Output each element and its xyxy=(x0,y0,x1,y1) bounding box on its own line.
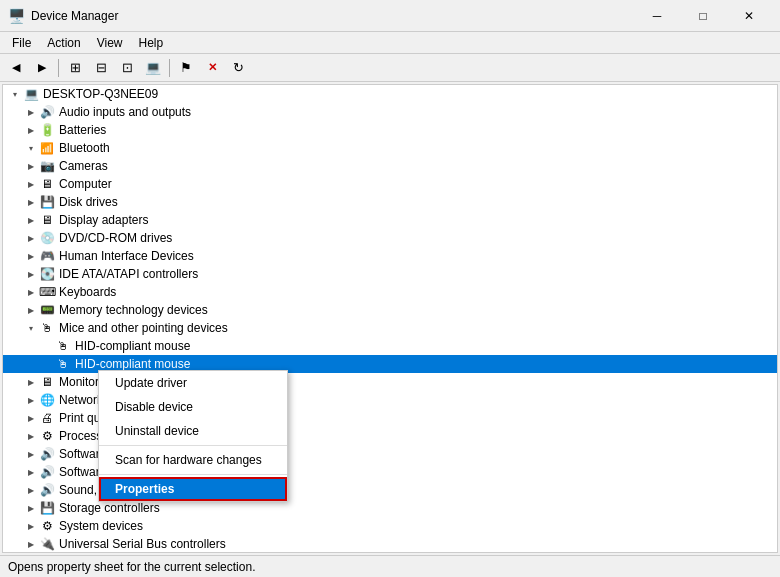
display-icon: 🖥 xyxy=(39,212,55,228)
expand-sound[interactable]: ▶ xyxy=(23,482,39,498)
expand-mice[interactable]: ▾ xyxy=(23,320,39,336)
expand-ide[interactable]: ▶ xyxy=(23,266,39,282)
expand-diskdrives[interactable]: ▶ xyxy=(23,194,39,210)
memory-label: Memory technology devices xyxy=(59,303,208,317)
ide-icon: 💽 xyxy=(39,266,55,282)
expand-computer[interactable]: ▶ xyxy=(23,176,39,192)
cameras-label: Cameras xyxy=(59,159,108,173)
tree-item-diskdrives[interactable]: ▶ 💾 Disk drives xyxy=(3,193,777,211)
uninstall-device-label: Uninstall device xyxy=(115,424,199,438)
expand-software2[interactable]: ▶ xyxy=(23,464,39,480)
expand-usb[interactable]: ▶ xyxy=(23,536,39,552)
device-tree[interactable]: ▾ 💻 DESKTOP-Q3NEE09 ▶ 🔊 Audio inputs and… xyxy=(2,84,778,553)
hid-mouse-2-icon: 🖱 xyxy=(55,356,71,372)
context-separator xyxy=(99,445,287,446)
forward-button[interactable]: ▶ xyxy=(30,57,54,79)
expand-audio[interactable]: ▶ xyxy=(23,104,39,120)
menu-item-action[interactable]: Action xyxy=(39,34,88,52)
expand-batteries[interactable]: ▶ xyxy=(23,122,39,138)
status-text: Opens property sheet for the current sel… xyxy=(8,560,255,574)
view-button[interactable]: ⊟ xyxy=(89,57,113,79)
usb-icon: 🔌 xyxy=(39,536,55,552)
context-menu: Update driver Disable device Uninstall d… xyxy=(98,370,288,502)
tree-item-bluetooth[interactable]: ▾ 📶 Bluetooth xyxy=(3,139,777,157)
tree-item-system[interactable]: ▶ ⚙ System devices xyxy=(3,517,777,535)
sound-icon: 🔊 xyxy=(39,482,55,498)
tree-item-audio[interactable]: ▶ 🔊 Audio inputs and outputs xyxy=(3,103,777,121)
menu-item-view[interactable]: View xyxy=(89,34,131,52)
expand-print[interactable]: ▶ xyxy=(23,410,39,426)
context-scan-hardware[interactable]: Scan for hardware changes xyxy=(99,448,287,472)
view2-button[interactable]: ⊡ xyxy=(115,57,139,79)
close-button[interactable]: ✕ xyxy=(726,0,772,32)
properties-button[interactable]: ⊞ xyxy=(63,57,87,79)
tree-item-keyboards[interactable]: ▶ ⌨ Keyboards xyxy=(3,283,777,301)
computer-device-icon: 🖥 xyxy=(39,176,55,192)
usb-label: Universal Serial Bus controllers xyxy=(59,537,226,551)
tree-item-usb[interactable]: ▶ 🔌 Universal Serial Bus controllers xyxy=(3,535,777,553)
hid-icon: 🎮 xyxy=(39,248,55,264)
mice-label: Mice and other pointing devices xyxy=(59,321,228,335)
refresh-button[interactable]: ↻ xyxy=(226,57,250,79)
tree-item-memory[interactable]: ▶ 📟 Memory technology devices xyxy=(3,301,777,319)
expand-system[interactable]: ▶ xyxy=(23,518,39,534)
hid-mouse-2-label: HID-compliant mouse xyxy=(75,357,190,371)
window-controls: ─ □ ✕ xyxy=(634,0,772,32)
tree-item-batteries[interactable]: ▶ 🔋 Batteries xyxy=(3,121,777,139)
expand-dvd[interactable]: ▶ xyxy=(23,230,39,246)
context-disable-device[interactable]: Disable device xyxy=(99,395,287,419)
menu-item-help[interactable]: Help xyxy=(131,34,172,52)
software2-icon: 🔊 xyxy=(39,464,55,480)
tree-item-ide[interactable]: ▶ 💽 IDE ATA/ATAPI controllers xyxy=(3,265,777,283)
menu-item-file[interactable]: File xyxy=(4,34,39,52)
expand-cameras[interactable]: ▶ xyxy=(23,158,39,174)
expand-memory[interactable]: ▶ xyxy=(23,302,39,318)
tree-item-hid[interactable]: ▶ 🎮 Human Interface Devices xyxy=(3,247,777,265)
expand-hid-mouse-1 xyxy=(39,338,55,354)
minimize-button[interactable]: ─ xyxy=(634,0,680,32)
print-icon: 🖨 xyxy=(39,410,55,426)
expand-hid[interactable]: ▶ xyxy=(23,248,39,264)
context-update-driver[interactable]: Update driver xyxy=(99,371,287,395)
bluetooth-icon: 📶 xyxy=(39,140,55,156)
bluetooth-label: Bluetooth xyxy=(59,141,110,155)
window-title: Device Manager xyxy=(31,9,118,23)
context-properties[interactable]: Properties xyxy=(99,477,287,501)
scan-hardware-label: Scan for hardware changes xyxy=(115,453,262,467)
app-icon: 🖥️ xyxy=(8,8,25,24)
hid-mouse-1-label: HID-compliant mouse xyxy=(75,339,190,353)
tree-item-display[interactable]: ▶ 🖥 Display adapters xyxy=(3,211,777,229)
expand-network[interactable]: ▶ xyxy=(23,392,39,408)
computer-button[interactable]: 💻 xyxy=(141,57,165,79)
expand-root[interactable]: ▾ xyxy=(7,86,23,102)
tree-item-cameras[interactable]: ▶ 📷 Cameras xyxy=(3,157,777,175)
toolbar-separator-2 xyxy=(169,59,170,77)
tree-item-mice[interactable]: ▾ 🖱 Mice and other pointing devices xyxy=(3,319,777,337)
expand-display[interactable]: ▶ xyxy=(23,212,39,228)
expand-keyboards[interactable]: ▶ xyxy=(23,284,39,300)
audio-label: Audio inputs and outputs xyxy=(59,105,191,119)
maximize-button[interactable]: □ xyxy=(680,0,726,32)
context-uninstall-device[interactable]: Uninstall device xyxy=(99,419,287,443)
toolbar-separator-1 xyxy=(58,59,59,77)
status-bar: Opens property sheet for the current sel… xyxy=(0,555,780,577)
menu-bar: FileActionViewHelp xyxy=(0,32,780,54)
back-button[interactable]: ◀ xyxy=(4,57,28,79)
tree-item-dvd[interactable]: ▶ 💿 DVD/CD-ROM drives xyxy=(3,229,777,247)
remove-button[interactable]: ✕ xyxy=(200,57,224,79)
tree-item-computer[interactable]: ▶ 🖥 Computer xyxy=(3,175,777,193)
dvd-icon: 💿 xyxy=(39,230,55,246)
tree-root[interactable]: ▾ 💻 DESKTOP-Q3NEE09 xyxy=(3,85,777,103)
tree-item-hid-mouse-1[interactable]: 🖱 HID-compliant mouse xyxy=(3,337,777,355)
network-icon: 🌐 xyxy=(39,392,55,408)
root-label: DESKTOP-Q3NEE09 xyxy=(43,87,158,101)
flag-button[interactable]: ⚑ xyxy=(174,57,198,79)
expand-processors[interactable]: ▶ xyxy=(23,428,39,444)
expand-monitors[interactable]: ▶ xyxy=(23,374,39,390)
expand-software1[interactable]: ▶ xyxy=(23,446,39,462)
expand-bluetooth[interactable]: ▾ xyxy=(23,140,39,156)
batteries-label: Batteries xyxy=(59,123,106,137)
display-label: Display adapters xyxy=(59,213,148,227)
computer-label: Computer xyxy=(59,177,112,191)
expand-storage[interactable]: ▶ xyxy=(23,500,39,516)
